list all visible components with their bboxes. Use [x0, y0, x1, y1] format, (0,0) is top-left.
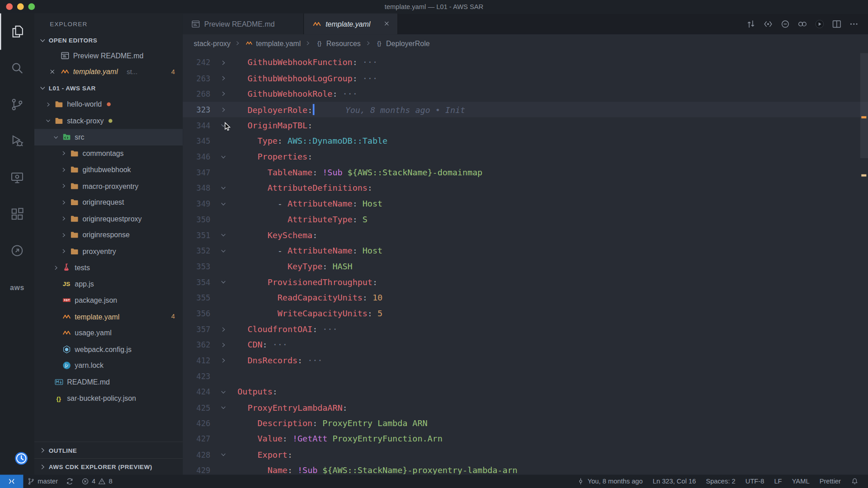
problems[interactable]: 48	[77, 475, 116, 488]
fold-chevron-down-icon[interactable]	[216, 279, 231, 286]
fold-chevron-right-icon[interactable]	[216, 59, 231, 66]
fold-chevron-right-icon[interactable]	[216, 326, 231, 333]
tree-item-app-js[interactable]: JSapp.js	[34, 276, 183, 292]
code-line-412[interactable]: 412 DnsRecords: ···	[183, 353, 868, 369]
editor-action-split-editor[interactable]	[831, 19, 842, 29]
fold-chevron-down-icon[interactable]	[216, 451, 231, 458]
minimize-window-button[interactable]	[17, 3, 24, 10]
code-line-429[interactable]: 429 Name: !Sub ${AWS::StackName}-proxyen…	[183, 463, 868, 475]
open-editors-header[interactable]: OPEN EDITORS	[34, 33, 183, 47]
tree-item-readme-md[interactable]: README.md	[34, 374, 183, 390]
activity-item-source-control[interactable]	[0, 86, 34, 123]
fold-chevron-right-icon[interactable]	[216, 106, 231, 113]
code-line-355[interactable]: 355 ReadCapacityUnits: 10	[183, 290, 868, 306]
code-line-356[interactable]: 356 WriteCapacityUnits: 5	[183, 306, 868, 322]
code-line-323[interactable]: 323 DeployerRole: You, 8 months ago • In…	[183, 102, 868, 117]
chevron-down-icon[interactable]	[52, 133, 61, 142]
chevron-right-icon[interactable]	[59, 214, 68, 223]
code-line-425[interactable]: 425 ProxyEntryLambdaARN:	[183, 400, 868, 416]
activity-item-extensions[interactable]	[0, 196, 34, 232]
tree-item-tests[interactable]: tests	[34, 259, 183, 276]
fold-chevron-down-icon[interactable]	[216, 231, 231, 239]
open-editor-item[interactable]: Preview README.md	[34, 47, 183, 64]
tree-item-usage-yaml[interactable]: usage.yaml	[34, 325, 183, 341]
open-editor-item[interactable]: template.yamlst...4	[34, 64, 183, 80]
tree-item-macro-proxyentry[interactable]: macro-proxyentry	[34, 178, 183, 194]
tree-item-webpack-config-js[interactable]: webpack.config.js	[34, 341, 183, 357]
code-line-352[interactable]: 352 - AttributeName: Host	[183, 243, 868, 259]
chevron-right-icon[interactable]	[59, 149, 68, 158]
code-line-268[interactable]: 268 GithubWebhookRole: ···	[183, 86, 868, 102]
code-line-351[interactable]: 351 KeySchema:	[183, 227, 868, 243]
tree-item-commontags[interactable]: commontags	[34, 145, 183, 161]
code-line-349[interactable]: 349 - AttributeName: Host	[183, 196, 868, 212]
code-line-357[interactable]: 357 CloudfrontOAI: ···	[183, 321, 868, 337]
code-line-347[interactable]: 347 TableName: !Sub ${AWS::StackName}-do…	[183, 164, 868, 180]
fold-chevron-right-icon[interactable]	[216, 341, 231, 348]
code-line-424[interactable]: 424Outputs:	[183, 384, 868, 400]
fold-chevron-down-icon[interactable]	[216, 388, 231, 395]
activity-item-circle-arrow[interactable]	[0, 232, 34, 269]
tree-item-src[interactable]: src	[34, 129, 183, 145]
remote-indicator[interactable]	[0, 475, 23, 488]
code-line-427[interactable]: 427 Value: !GetAtt ProxyEntryFunction.Ar…	[183, 431, 868, 447]
code-line-354[interactable]: 354 ProvisionedThroughput:	[183, 274, 868, 290]
chevron-right-icon[interactable]	[59, 230, 68, 239]
fold-chevron-down-icon[interactable]	[216, 153, 231, 160]
cdk-explorer-section-header[interactable]: AWS CDK EXPLORER (PREVIEW)	[34, 458, 183, 475]
close-window-button[interactable]	[6, 3, 13, 10]
chevron-right-icon[interactable]	[59, 165, 68, 174]
breadcrumb-item[interactable]: stack-proxy	[194, 39, 231, 47]
close-icon[interactable]	[383, 20, 391, 28]
code-line-350[interactable]: 350 AttributeType: S	[183, 211, 868, 227]
code-line-423[interactable]: 423	[183, 368, 868, 384]
formatter[interactable]: Prettier	[815, 475, 846, 488]
editor-action-code-brackets[interactable]	[763, 19, 773, 29]
cursor-position[interactable]: Ln 323, Col 16	[648, 475, 701, 488]
code-line-353[interactable]: 353 KeyType: HASH	[183, 258, 868, 274]
git-branch[interactable]: master	[23, 475, 61, 488]
notifications[interactable]	[846, 475, 863, 488]
indentation[interactable]: Spaces: 2	[701, 475, 740, 488]
editor-action-compare-arrows[interactable]	[745, 19, 756, 29]
tab-preview-readme[interactable]: Preview README.md	[183, 13, 304, 34]
chevron-right-icon[interactable]	[52, 263, 61, 272]
fold-chevron-down-icon[interactable]	[216, 247, 231, 254]
language-mode[interactable]: YAML	[787, 475, 815, 488]
editor-action-circle-dash[interactable]	[780, 19, 790, 29]
breadcrumb-item[interactable]: {}Resources	[315, 39, 361, 47]
activity-item-aws[interactable]: aws	[0, 269, 34, 305]
editor-action-linked-circles[interactable]	[797, 19, 807, 29]
activity-item-files[interactable]	[0, 13, 34, 50]
tree-item-package-json[interactable]: package.json	[34, 292, 183, 309]
chevron-right-icon[interactable]	[44, 100, 53, 109]
activity-item-search[interactable]	[0, 50, 34, 86]
git-blame[interactable]: You, 8 months ago	[572, 475, 647, 488]
code-line-242[interactable]: 242 GithubWebhookFunction: ···	[183, 55, 868, 70]
zoom-window-button[interactable]	[28, 3, 35, 10]
fold-chevron-down-icon[interactable]	[216, 404, 231, 411]
fold-chevron-down-icon[interactable]	[216, 200, 231, 207]
code-line-345[interactable]: 345 Type: AWS::DynamoDB::Table	[183, 133, 868, 149]
breadcrumb-item[interactable]: {}DeployerRole	[375, 39, 430, 47]
chevron-down-icon[interactable]	[44, 116, 53, 125]
activity-item-debug[interactable]	[0, 123, 34, 160]
editor-action-run-circle[interactable]	[814, 19, 825, 29]
project-section-header[interactable]: L01 - AWS SAR	[34, 80, 183, 96]
tree-item-originrequestproxy[interactable]: originrequestproxy	[34, 211, 183, 227]
encoding[interactable]: UTF-8	[741, 475, 769, 488]
clock-badge-icon[interactable]	[14, 451, 28, 465]
tree-item-sar-bucket-policy-json[interactable]: {}sar-bucket-policy.json	[34, 390, 183, 406]
chevron-right-icon[interactable]	[59, 182, 68, 191]
code-line-426[interactable]: 426 Description: ProxyEntry Lambda ARN	[183, 415, 868, 431]
tree-item-yarn-lock[interactable]: yarn.lock	[34, 357, 183, 374]
chevron-right-icon[interactable]	[59, 198, 68, 207]
sync-button[interactable]	[62, 475, 77, 488]
fold-chevron-right-icon[interactable]	[216, 90, 231, 98]
code-line-428[interactable]: 428 Export:	[183, 447, 868, 463]
outline-section-header[interactable]: OUTLINE	[34, 441, 183, 458]
tree-item-stack-proxy[interactable]: stack-proxy	[34, 113, 183, 129]
breadcrumb-item[interactable]: template.yaml	[245, 39, 301, 47]
eol[interactable]: LF	[769, 475, 787, 488]
tree-item-template-yaml[interactable]: template.yaml4	[34, 309, 183, 325]
